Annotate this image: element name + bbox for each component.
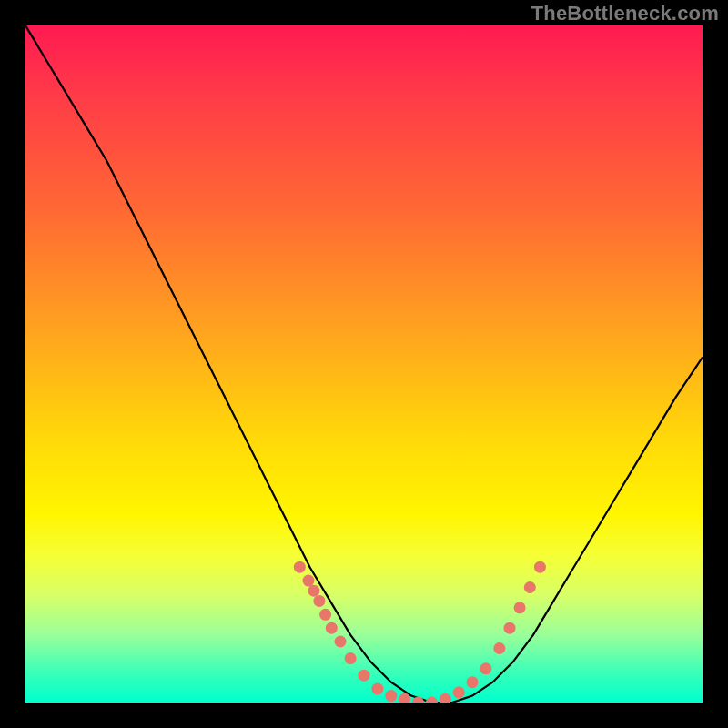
chart-plot-area [25,25,703,703]
curve-marker [440,693,451,703]
curve-marker [480,662,491,674]
curve-marker [524,581,536,593]
curve-marker [453,686,465,698]
curve-marker [313,595,325,607]
watermark-text: TheBottleneck.com [531,2,719,25]
curve-marker [308,585,319,597]
curve-marker [426,697,438,703]
curve-marker [385,690,397,702]
curve-marker [345,652,357,664]
bottleneck-curve [25,25,703,703]
curve-marker [371,683,383,695]
curve-marker [534,561,546,573]
curve-marker [504,622,516,634]
curve-marker [514,602,526,613]
curve-marker [467,676,479,688]
curve-marker [319,609,331,621]
curve-marker [294,561,306,573]
chart-frame: TheBottleneck.com [0,0,728,728]
curve-marker [326,622,338,634]
chart-svg [25,25,703,703]
curve-marker [335,636,347,648]
curve-marker [303,575,315,587]
curve-marker [359,670,370,682]
marker-group [294,561,546,703]
curve-marker [493,642,505,654]
